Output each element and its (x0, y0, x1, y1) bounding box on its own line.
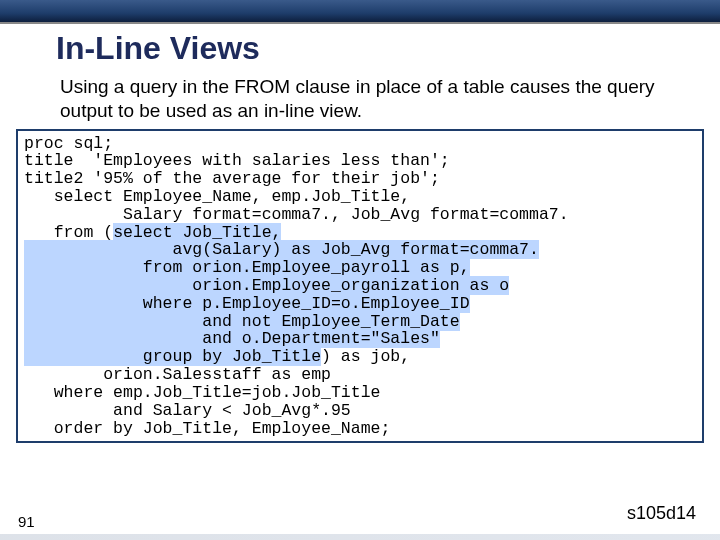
code-line: order by Job_Title, Employee_Name; (24, 419, 390, 438)
code-line-hl: from orion.Employee_payroll as p, (24, 258, 470, 277)
slide-content: In-Line Views Using a query in the FROM … (0, 30, 720, 443)
code-line: orion.Salesstaff as emp (24, 365, 331, 384)
code-line: ) as job, (321, 347, 410, 366)
code-line-hl: and not Employee_Term_Date (24, 312, 460, 331)
code-line-hl: group by Job_Title (24, 347, 321, 366)
code-line: from ( (24, 223, 113, 242)
code-line: title 'Employees with salaries less than… (24, 151, 450, 170)
code-line: and Salary < Job_Avg*.95 (24, 401, 351, 420)
code-line: where emp.Job_Title=job.Job_Title (24, 383, 380, 402)
code-block: proc sql; title 'Employees with salaries… (16, 129, 704, 444)
code-line: select Employee_Name, emp.Job_Title, (24, 187, 410, 206)
code-line-hl: and o.Department="Sales" (24, 329, 440, 348)
slide-reference: s105d14 (627, 503, 696, 524)
code-line-hl: orion.Employee_organization as o (24, 276, 509, 295)
code-line-hl: avg(Salary) as Job_Avg format=comma7. (24, 240, 539, 259)
header-band (0, 0, 720, 22)
code-line-hl: where p.Employee_ID=o.Employee_ID (24, 294, 470, 313)
footer-band (0, 534, 720, 540)
code-line: proc sql; (24, 134, 113, 153)
code-line: title2 '95% of the average for their job… (24, 169, 440, 188)
slide-description: Using a query in the FROM clause in plac… (60, 75, 692, 123)
code-line: Salary format=comma7., Job_Avg format=co… (24, 205, 569, 224)
code-line-hl: select Job_Title, (113, 223, 281, 242)
header-rule (0, 22, 720, 24)
slide-title: In-Line Views (56, 30, 692, 67)
page-number: 91 (18, 513, 35, 530)
